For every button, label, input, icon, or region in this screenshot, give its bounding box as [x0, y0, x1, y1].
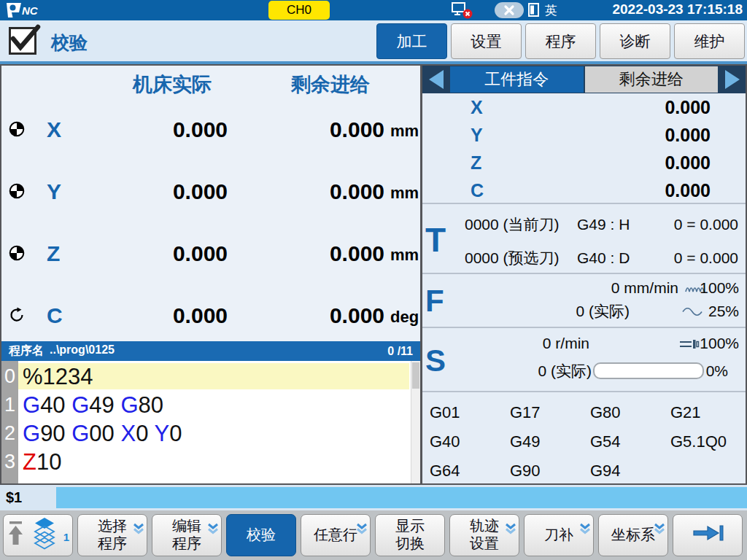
verify-button[interactable]: 校验 — [226, 514, 296, 556]
chevron-double-down-icon — [355, 521, 368, 539]
tool-gcode: G49 : H — [577, 213, 630, 236]
feed-actual-wave-icon — [681, 306, 703, 317]
feed-programmed-value: 0 mm/min — [611, 278, 678, 298]
tool-section: T 0000 (当前刀)G49 : H0 = 0.0000000 (预选刀)G4… — [422, 204, 746, 274]
toolbar-button-label: 坐标系 — [611, 526, 655, 544]
spindle-override-icon — [678, 338, 700, 350]
disconnect-icon — [495, 2, 524, 18]
workpiece-axis-row-C: C0.000 — [422, 176, 746, 204]
right-triangle-icon — [725, 70, 740, 89]
gcode-cell: G49 — [510, 427, 541, 456]
trajectory-settings-button[interactable]: 轨迹设置 — [449, 514, 519, 556]
feed-override-value: 100% — [700, 278, 739, 298]
header-tab-4[interactable]: 维护 — [674, 23, 745, 59]
hnc-logo-icon: NC — [6, 2, 50, 18]
rotate-icon — [9, 307, 25, 326]
program-header: 程序名 ..\prog\0125 0 /11 — [1, 341, 420, 361]
display-switch-button[interactable]: 显示切换 — [375, 514, 445, 556]
line-text: G90 G00 X0 Y0 — [23, 419, 182, 448]
channel-badge: CH0 — [268, 1, 330, 20]
chevron-double-down-icon — [578, 521, 592, 539]
program-line-1: 1G40 G49 G80 — [1, 391, 411, 419]
spindle-load-bar — [593, 362, 704, 379]
coordinate-system-button[interactable]: 坐标系 — [598, 514, 668, 556]
spindle-load-value: 0% — [706, 361, 728, 381]
program-scrollbar[interactable] — [411, 361, 420, 483]
verify-checkbox-icon — [9, 27, 36, 55]
header-tab-0[interactable]: 加工 — [376, 23, 447, 59]
workpiece-command-values: X0.000Y0.000Z0.000C0.000 — [422, 93, 746, 204]
datum-icon — [9, 121, 25, 140]
status-panel: 工件指令剩余进给 X0.000Y0.000Z0.000C0.000 T 0000… — [422, 64, 747, 485]
status-highlight-strip — [56, 487, 747, 508]
spindle-actual-value: 0 (实际) — [538, 361, 592, 381]
coordinate-tab-1[interactable]: 剩余进给 — [585, 66, 719, 93]
toolbar-button-label: 任意行 — [314, 526, 357, 544]
header-tab-1[interactable]: 设置 — [451, 23, 522, 59]
axis-row-C: C0.0000.000deg — [1, 300, 420, 332]
coordinate-tab-0[interactable]: 工件指令 — [450, 66, 584, 93]
gcode-cell: G21 — [670, 398, 701, 427]
toolbar-button-label: 选择 — [98, 518, 127, 535]
toolbar-button-label: 显示 — [395, 518, 425, 535]
line-number: 2 — [1, 419, 18, 448]
header-tabs: 加工设置程序诊断维护 — [376, 23, 745, 59]
tool-number: 0000 (预选刀) — [465, 246, 560, 270]
svg-text:NC: NC — [22, 4, 39, 17]
arrow-end-icon — [691, 524, 724, 547]
program-path: ..\prog\0125 — [50, 343, 115, 359]
line-text: %1234 — [23, 362, 93, 391]
gcode-cell: G17 — [510, 398, 541, 427]
axis-letter: C — [47, 300, 63, 332]
line-number: 3 — [1, 448, 18, 476]
workpiece-axis-row-Y: Y0.000 — [422, 121, 746, 149]
select-program-button[interactable]: 选择程序 — [77, 514, 147, 556]
line-number: 1 — [1, 391, 18, 419]
next-menu-button[interactable] — [673, 514, 743, 556]
tool-row-0: 0000 (当前刀)G49 : H0 = 0.000 — [422, 213, 746, 236]
toolbar-icon-group: 1 — [7, 516, 69, 554]
datum-icon — [9, 245, 25, 264]
workpiece-axis-row-Z: Z0.000 — [422, 149, 746, 176]
line-number: 0 — [1, 362, 18, 391]
axis-letter: Z — [471, 149, 481, 176]
toolbar-button-label: 程序 — [172, 535, 201, 553]
chevron-double-down-icon — [132, 521, 145, 539]
edit-program-button[interactable]: 编辑程序 — [152, 514, 222, 556]
tab-next-arrow[interactable] — [719, 66, 746, 93]
toolbar-icon-group — [691, 524, 724, 547]
program-line-2: 2G90 G00 X0 Y0 — [1, 419, 411, 448]
feed-section: F 0 mm/min 100% 0 (实际) 25% — [422, 274, 746, 328]
topbar: NC CH0 英 2022-03-23 17:15:18 — [0, 0, 747, 20]
datum-icon — [9, 183, 25, 202]
scrollbar-thumb[interactable] — [412, 362, 419, 389]
page-title: 校验 — [51, 31, 88, 55]
language-label[interactable]: 英 — [545, 2, 557, 19]
any-line-button[interactable]: 任意行 — [301, 514, 371, 556]
header-tab-2[interactable]: 程序 — [525, 23, 596, 59]
gcode-row-2: G64G90G94 — [422, 456, 746, 486]
axis-value: 0.000 — [665, 149, 711, 176]
coordinate-tab-bar: 工件指令剩余进给 — [422, 66, 746, 93]
tool-comp-button[interactable]: 刀补 — [524, 514, 594, 556]
axis-letter: C — [471, 176, 484, 204]
gcode-cell: G40 — [430, 427, 460, 456]
tool-row-1: 0000 (预选刀)G40 : D0 = 0.000 — [422, 246, 746, 270]
gcode-cell: G54 — [590, 427, 621, 456]
gcode-cell: G01 — [430, 398, 460, 427]
spindle-programmed-value: 0 r/min — [543, 333, 589, 354]
gcode-cell: G80 — [590, 398, 621, 427]
axis-value: 0.000 — [665, 93, 711, 121]
axis-value: 0.000 — [665, 176, 711, 204]
machine-actual-value: 0.000 — [95, 300, 228, 332]
jump-top-layer-button[interactable]: 1 — [3, 514, 73, 556]
feed-actual-value: 0 (实际) — [576, 301, 630, 322]
tool-offset: 0 = 0.000 — [674, 213, 738, 236]
chevron-double-down-icon — [653, 521, 666, 539]
remaining-feed-column-header: 剩余进给 — [279, 71, 382, 98]
layers-icon — [30, 516, 59, 554]
header-tab-3[interactable]: 诊断 — [600, 23, 670, 59]
tab-prev-arrow[interactable] — [422, 66, 449, 93]
toolbar-button-label: 刀补 — [544, 526, 573, 544]
program-body: 0%12341G40 G49 G802G90 G00 X0 Y03Z10 — [1, 361, 420, 483]
